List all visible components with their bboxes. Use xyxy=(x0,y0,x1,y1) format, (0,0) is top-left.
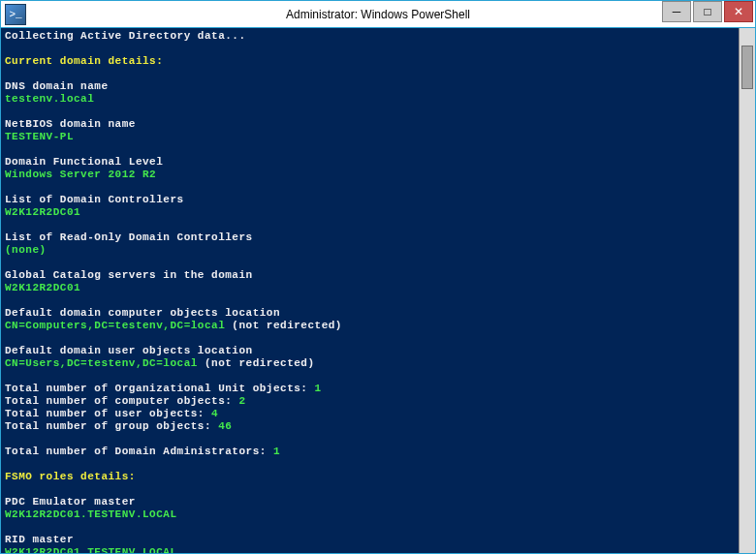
count-value: 1 xyxy=(315,383,322,394)
field-value: W2K12R2DC01.TESTENV.LOCAL xyxy=(5,508,177,520)
status-line: Collecting Active Directory data... xyxy=(5,30,246,42)
titlebar[interactable]: >_ Administrator: Windows PowerShell ─ □… xyxy=(1,1,755,28)
console-output[interactable]: Collecting Active Directory data... Curr… xyxy=(1,28,739,553)
count-value: 2 xyxy=(238,395,245,407)
scrollbar-thumb[interactable] xyxy=(741,46,753,89)
field-value: CN=Users,DC=testenv,DC=local xyxy=(5,357,198,369)
field-label: RID master xyxy=(5,534,74,545)
field-value: TESTENV-PL xyxy=(5,131,74,142)
count-label: Total number of user objects: xyxy=(5,408,211,419)
count-label: Total number of group objects: xyxy=(5,420,218,432)
count-label: Total number of computer objects: xyxy=(5,395,238,407)
field-label: List of Domain Controllers xyxy=(5,194,184,205)
vertical-scrollbar[interactable] xyxy=(739,28,755,553)
field-label: Default domain user objects location xyxy=(5,345,253,356)
field-label: PDC Emulator master xyxy=(5,496,136,508)
field-label: DNS domain name xyxy=(5,80,109,92)
field-label: Domain Functional Level xyxy=(5,156,163,168)
icon-glyph: >_ xyxy=(9,9,21,20)
count-value: 1 xyxy=(273,446,280,457)
count-label: Total number of Domain Administrators: xyxy=(5,446,273,457)
count-value: 46 xyxy=(218,420,232,432)
field-label: Default domain computer objects location xyxy=(5,307,280,319)
field-value: (none) xyxy=(5,244,47,256)
maximize-button[interactable]: □ xyxy=(693,1,722,22)
field-label: Global Catalog servers in the domain xyxy=(5,269,253,281)
powershell-icon: >_ xyxy=(5,4,26,25)
field-value: testenv.local xyxy=(5,93,94,105)
field-value: W2K12R2DC01 xyxy=(5,206,80,218)
count-label: Total number of Organizational Unit obje… xyxy=(5,383,315,394)
powershell-window: >_ Administrator: Windows PowerShell ─ □… xyxy=(0,0,756,554)
count-value: 4 xyxy=(211,408,218,419)
field-suffix: (not redirected) xyxy=(225,320,342,331)
field-label: List of Read-Only Domain Controllers xyxy=(5,231,253,243)
close-button[interactable]: ✕ xyxy=(724,1,753,22)
console-area: Collecting Active Directory data... Curr… xyxy=(1,28,755,553)
field-value: W2K12R2DC01.TESTENV.LOCAL xyxy=(5,546,177,553)
field-label: NetBIOS domain name xyxy=(5,118,136,130)
section-header: FSMO roles details: xyxy=(5,471,136,482)
field-value: W2K12R2DC01 xyxy=(5,282,80,293)
field-suffix: (not redirected) xyxy=(198,357,315,369)
window-controls: ─ □ ✕ xyxy=(662,1,755,27)
field-value: Windows Server 2012 R2 xyxy=(5,169,156,180)
field-value: CN=Computers,DC=testenv,DC=local xyxy=(5,320,225,331)
minimize-button[interactable]: ─ xyxy=(662,1,691,22)
section-header: Current domain details: xyxy=(5,55,163,67)
window-title: Administrator: Windows PowerShell xyxy=(1,8,755,21)
